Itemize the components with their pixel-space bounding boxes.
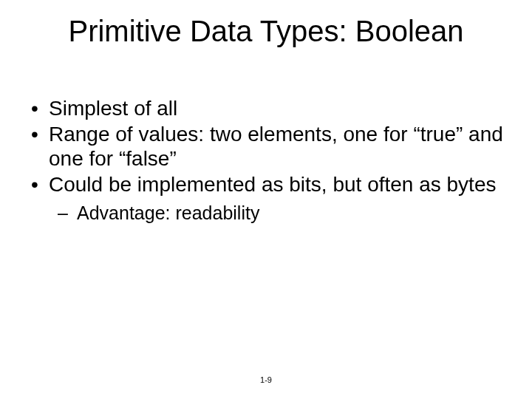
bullet-item: Could be implemented as bits, but often … (27, 172, 505, 197)
slide-title: Primitive Data Types: Boolean (0, 15, 532, 48)
slide-body: Simplest of all Range of values: two ele… (27, 96, 505, 225)
bullet-item: Range of values: two elements, one for “… (27, 122, 505, 171)
slide: Primitive Data Types: Boolean Simplest o… (0, 0, 532, 399)
sub-bullet-item: Advantage: readability (27, 202, 505, 225)
slide-number: 1-9 (0, 375, 532, 384)
bullet-item: Simplest of all (27, 96, 505, 120)
